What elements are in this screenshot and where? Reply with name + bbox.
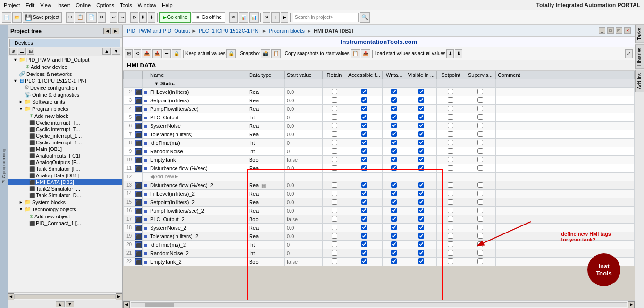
col-startval[interactable]: Start value — [285, 71, 323, 79]
row-checkbox[interactable] — [323, 224, 346, 232]
tree-item-cyclic1[interactable]: ⬛ Cyclic interrupt_T... — [8, 119, 122, 126]
sidebar-view-button[interactable]: ☰ — [18, 48, 26, 55]
row-name[interactable]: Disturbance flow (%/sec) — [148, 164, 247, 173]
row-startval[interactable]: 0 — [285, 241, 323, 249]
row-datatype[interactable]: Real — [247, 224, 285, 232]
tree-item-analog-outputs[interactable]: ⬛ AnalogOutputs [F... — [8, 159, 122, 166]
menu-options[interactable]: Options — [96, 2, 114, 8]
tree-item-plc1[interactable]: ▼ 🖥 PLC_1 [CPU 1512C-1 PN] — [8, 77, 122, 84]
row-checkbox[interactable] — [346, 130, 383, 139]
download2-button[interactable]: ⬇ — [148, 12, 155, 23]
row-name[interactable]: Tolerance(in liters) — [148, 130, 247, 139]
row-checkbox[interactable] — [382, 147, 406, 156]
row-checkbox[interactable] — [436, 181, 465, 190]
new-button[interactable]: 📄 — [2, 12, 11, 23]
tree-item-pid[interactable]: ▼ 📁 PID_PWM and PID_Output — [8, 56, 122, 63]
tab-tasks[interactable]: Tasks — [635, 25, 644, 43]
row-checkbox[interactable] — [436, 232, 465, 241]
row-checkbox[interactable] — [382, 190, 406, 198]
menu-edit[interactable]: Edit — [25, 2, 34, 8]
row-comment[interactable] — [495, 198, 634, 207]
row-name[interactable]: SystemNoise_2 — [148, 224, 247, 232]
menu-window[interactable]: Window — [138, 2, 156, 8]
row-name[interactable]: RandomNoise_2 — [148, 249, 247, 258]
row-checkbox[interactable] — [436, 207, 465, 215]
row-startval[interactable]: false — [285, 156, 323, 164]
row-comment[interactable] — [495, 122, 634, 130]
row-checkbox[interactable] — [346, 241, 383, 249]
row-startval[interactable]: 0.0 — [285, 122, 323, 130]
menu-help[interactable]: Help — [162, 2, 173, 8]
menu-project[interactable]: Project — [4, 2, 20, 8]
row-name[interactable]: PumpFlow(liters/sec) — [148, 105, 247, 113]
tree-item-add-object[interactable]: ⊕ Add new object — [8, 213, 122, 220]
row-checkbox[interactable] — [323, 258, 346, 266]
sidebar-grid-button[interactable]: ⊞ — [27, 48, 34, 55]
menu-view[interactable]: View — [40, 2, 51, 8]
row-checkbox[interactable] — [465, 79, 495, 88]
bc-item-1[interactable]: PID_PWM and PID_Output — [127, 28, 190, 33]
row-checkbox[interactable] — [436, 96, 465, 105]
row-name[interactable]: SystemNoise — [148, 122, 247, 130]
row-checkbox[interactable] — [382, 164, 406, 173]
tree-item-tank2-sim[interactable]: ⬛ Tank2 Simulator_... — [8, 185, 122, 192]
tree-item-tech-objects[interactable]: ▼ 📁 Technology objects — [8, 206, 122, 213]
tree-item-online-diag[interactable]: 📡 Online & diagnostics — [8, 91, 122, 98]
row-name[interactable]: Setpoint(in liters)_2 — [148, 198, 247, 207]
row-checkbox[interactable] — [382, 96, 406, 105]
go-online-button[interactable]: ▶ Go online — [159, 12, 191, 23]
sidebar-hscroll-right[interactable]: ▶ — [116, 293, 122, 300]
bc-minimize[interactable]: _ — [599, 27, 605, 34]
row-checkbox[interactable] — [346, 88, 383, 96]
row-startval[interactable] — [285, 173, 323, 181]
row-checkbox[interactable] — [382, 215, 406, 224]
monitor2-button[interactable]: 📊 — [239, 12, 248, 23]
col-datatype[interactable]: Data type — [247, 71, 285, 79]
row-checkbox[interactable] — [436, 79, 465, 88]
col-name[interactable]: Name — [148, 71, 247, 79]
tree-item-main-ob1[interactable]: ⬛ Main [OB1] — [8, 146, 122, 152]
row-checkbox[interactable] — [406, 88, 436, 96]
row-datatype[interactable]: Real — [247, 190, 285, 198]
menu-tools[interactable]: Tools — [120, 2, 132, 8]
row-checkbox[interactable] — [436, 147, 465, 156]
row-checkbox[interactable] — [465, 96, 495, 105]
row-checkbox[interactable] — [406, 207, 436, 215]
bc-item-3[interactable]: Program blocks — [269, 28, 305, 33]
row-checkbox[interactable] — [436, 156, 465, 164]
row-checkbox[interactable] — [436, 190, 465, 198]
row-checkbox[interactable] — [406, 105, 436, 113]
row-checkbox[interactable] — [406, 139, 436, 147]
bc-close[interactable]: ✕ — [624, 27, 631, 34]
row-startval[interactable]: false — [285, 215, 323, 224]
row-comment[interactable] — [495, 147, 634, 156]
row-checkbox[interactable] — [465, 105, 495, 113]
row-startval[interactable]: 0.0 — [285, 130, 323, 139]
row-checkbox[interactable] — [382, 105, 406, 113]
row-checkbox[interactable] — [465, 258, 495, 266]
row-startval[interactable]: 0.0 — [285, 88, 323, 96]
row-datatype[interactable]: Real — [247, 88, 285, 96]
tree-item-system-blocks[interactable]: ► 📁 System blocks — [8, 199, 122, 206]
col-writable[interactable]: Writa... — [382, 71, 406, 79]
row-checkbox[interactable] — [346, 156, 383, 164]
row-datatype[interactable]: Int — [247, 249, 285, 258]
row-checkbox[interactable] — [346, 147, 383, 156]
row-checkbox[interactable] — [346, 181, 383, 190]
compile-button[interactable]: ⚙ — [130, 12, 138, 23]
row-checkbox[interactable] — [323, 249, 346, 258]
download-button[interactable]: ⬇ — [139, 12, 147, 23]
tree-item-program-blocks[interactable]: ▼ 📁 Program blocks — [8, 105, 122, 112]
row-startval[interactable]: 0.0 — [285, 190, 323, 198]
row-name[interactable]: FillLevel(in liters)_2 — [148, 190, 247, 198]
snapshot-btn1[interactable]: 📸 — [261, 49, 270, 58]
tree-item-hmi-db2[interactable]: ⬛ HMI DATA [DB2] — [8, 179, 122, 185]
tree-item-cyclic4[interactable]: ⬛ Cyclic_interrupt_1... — [8, 139, 122, 146]
tree-item-devices-networks[interactable]: 🔗 Devices & networks — [8, 70, 122, 77]
table-row[interactable]: 5⬛PLC_OutputInt0 — [124, 113, 635, 122]
h-scroll-right[interactable]: ▶ — [628, 301, 635, 308]
row-checkbox[interactable] — [436, 224, 465, 232]
snapshot-btn2[interactable]: 📋 — [271, 49, 281, 58]
row-comment[interactable] — [495, 113, 634, 122]
row-checkbox[interactable] — [382, 130, 406, 139]
